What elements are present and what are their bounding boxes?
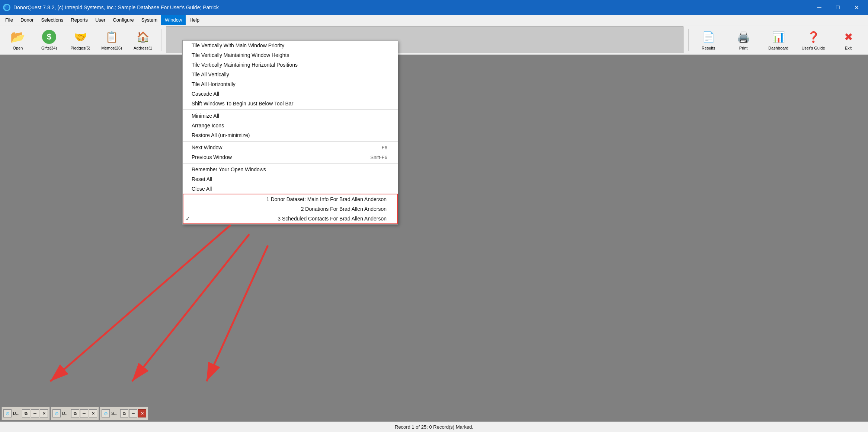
- menu-previous-window[interactable]: Previous Window Shift-F6: [183, 152, 398, 162]
- menu-cascade-all[interactable]: Cascade All: [183, 89, 398, 99]
- memos-button[interactable]: 📋 Memos(26): [97, 26, 126, 53]
- menu-selections[interactable]: Selections: [37, 15, 67, 25]
- taskbar-w3-label: S...: [110, 411, 119, 416]
- gifts-icon: $: [42, 30, 56, 44]
- taskbar-w1-restore[interactable]: ⧉: [22, 409, 30, 417]
- users-guide-button[interactable]: ❓ User's Guide: [797, 26, 830, 53]
- title-bar-left: 🔵 DonorQuest 7.8.2, (c) Intrepid Systems…: [3, 4, 219, 11]
- taskbar-window-1: ⊘ D... ⧉ ─ ✕: [1, 407, 50, 420]
- open-windows-section: 1 Donor Dataset: Main Info For Brad Alle…: [183, 194, 398, 224]
- previous-window-shortcut: Shift-F6: [370, 155, 387, 160]
- address-button[interactable]: 🏠 Address(1: [128, 26, 158, 53]
- menu-restore-all[interactable]: Restore All (un-minimize): [183, 130, 398, 140]
- main-content-area: ⊘ D... ⧉ ─ ✕ ⊘ D... ⧉ ─ ✕ ⊘ S... ⧉ ─ ✕: [0, 55, 868, 432]
- menu-tile-vertically-horizontal-positions[interactable]: Tile Vertically Maintaining Horizontal P…: [183, 60, 398, 70]
- taskbar-w3-restore[interactable]: ⧉: [120, 409, 128, 417]
- taskbar-w2-label: D...: [61, 411, 70, 416]
- taskbar-w3-minimize[interactable]: ─: [129, 409, 137, 417]
- window-dropdown-menu: Tile Vertically With Main Window Priorit…: [182, 40, 398, 225]
- pledges-icon: 🤝: [74, 31, 87, 43]
- taskbar-w1-icon[interactable]: ⊘: [3, 409, 12, 417]
- menu-arrange-icons[interactable]: Arrange Icons: [183, 121, 398, 130]
- pledges-button[interactable]: 🤝 Pledges(5): [65, 26, 95, 53]
- dashboard-icon: 📊: [772, 31, 785, 43]
- taskbar: ⊘ D... ⧉ ─ ✕ ⊘ D... ⧉ ─ ✕ ⊘ S... ⧉ ─ ✕: [0, 405, 150, 422]
- taskbar-w3-close[interactable]: ✕: [138, 409, 146, 417]
- menu-window-1[interactable]: 1 Donor Dataset: Main Info For Brad Alle…: [183, 194, 397, 204]
- taskbar-w3-icon[interactable]: ⊘: [102, 409, 110, 417]
- taskbar-w1-close[interactable]: ✕: [40, 409, 48, 417]
- exit-button[interactable]: ✖ Exit: [832, 26, 865, 53]
- taskbar-w2-restore[interactable]: ⧉: [71, 409, 79, 417]
- gifts-button[interactable]: $ Gifts(34): [34, 26, 64, 53]
- menu-system[interactable]: System: [138, 15, 161, 25]
- menu-configure[interactable]: Configure: [109, 15, 137, 25]
- menu-remember-open-windows[interactable]: Remember Your Open Windows: [183, 165, 398, 174]
- print-icon: 🖨️: [737, 31, 750, 43]
- menu-reset-all[interactable]: Reset All: [183, 174, 398, 184]
- toolbar-separator-2: [688, 29, 689, 51]
- toolbar: 📂 Open $ Gifts(34) 🤝 Pledges(5) 📋 Memos(…: [0, 25, 868, 55]
- taskbar-window-2: ⊘ D... ⧉ ─ ✕: [51, 407, 99, 420]
- taskbar-w1-minimize[interactable]: ─: [31, 409, 39, 417]
- menu-window-2[interactable]: 2 Donations For Brad Allen Anderson: [183, 204, 397, 214]
- address-icon: 🏠: [137, 31, 150, 43]
- title-bar-controls: ─ □ ✕: [811, 2, 865, 13]
- menu-close-all[interactable]: Close All: [183, 184, 398, 194]
- maximize-button[interactable]: □: [829, 2, 846, 13]
- next-window-shortcut: F6: [382, 145, 387, 150]
- menu-tile-vertically-window-heights[interactable]: Tile Vertically Maintaining Window Heigh…: [183, 50, 398, 60]
- memos-icon: 📋: [105, 31, 118, 43]
- close-button[interactable]: ✕: [848, 2, 865, 13]
- svg-line-2: [132, 234, 249, 381]
- menu-minimize-all[interactable]: Minimize All: [183, 111, 398, 121]
- open-button[interactable]: 📂 Open: [3, 26, 33, 53]
- exit-icon: ✖: [844, 31, 853, 43]
- minimize-button[interactable]: ─: [811, 2, 828, 13]
- print-button[interactable]: 🖨️ Print: [727, 26, 760, 53]
- arrows-overlay: [0, 55, 868, 432]
- menu-donor[interactable]: Donor: [17, 15, 37, 25]
- separator-2: [183, 141, 398, 142]
- app-icon: 🔵: [3, 4, 10, 11]
- users-guide-icon: ❓: [807, 31, 820, 43]
- menu-shift-windows[interactable]: Shift Windows To Begin Just Below Tool B…: [183, 99, 398, 108]
- menu-user[interactable]: User: [92, 15, 109, 25]
- menu-tile-all-horizontally[interactable]: Tile All Horizontally: [183, 79, 398, 89]
- menu-window[interactable]: Window: [161, 15, 186, 25]
- taskbar-window-3: ⊘ S... ⧉ ─ ✕: [100, 407, 148, 420]
- menu-window-3[interactable]: ✓ 3 Scheduled Contacts For Brad Allen An…: [183, 214, 397, 223]
- results-icon: 📄: [702, 31, 715, 43]
- results-button[interactable]: 📄 Results: [692, 26, 725, 53]
- separator-1: [183, 109, 398, 110]
- menu-tile-all-vertically[interactable]: Tile All Vertically: [183, 70, 398, 79]
- menu-tile-vertically-main-priority[interactable]: Tile Vertically With Main Window Priorit…: [183, 41, 398, 50]
- taskbar-w2-icon[interactable]: ⊘: [52, 409, 61, 417]
- app-title: DonorQuest 7.8.2, (c) Intrepid Systems, …: [13, 4, 219, 10]
- menu-next-window[interactable]: Next Window F6: [183, 143, 398, 152]
- taskbar-w2-minimize[interactable]: ─: [80, 409, 88, 417]
- taskbar-w1-label: D...: [12, 411, 21, 416]
- title-bar: 🔵 DonorQuest 7.8.2, (c) Intrepid Systems…: [0, 0, 868, 15]
- dashboard-button[interactable]: 📊 Dashboard: [762, 26, 795, 53]
- status-text: Record 1 of 25; 0 Record(s) Marked.: [395, 424, 473, 430]
- menu-file[interactable]: File: [1, 15, 17, 25]
- svg-line-1: [50, 225, 231, 381]
- menu-reports[interactable]: Reports: [67, 15, 92, 25]
- svg-line-3: [206, 245, 268, 381]
- menu-bar: File Donor Selections Reports User Confi…: [0, 15, 868, 25]
- folder-icon: 📂: [10, 30, 25, 44]
- separator-3: [183, 163, 398, 163]
- menu-help[interactable]: Help: [186, 15, 203, 25]
- toolbar-separator: [161, 29, 161, 51]
- taskbar-w2-close[interactable]: ✕: [89, 409, 97, 417]
- status-bar: Record 1 of 25; 0 Record(s) Marked.: [0, 422, 868, 432]
